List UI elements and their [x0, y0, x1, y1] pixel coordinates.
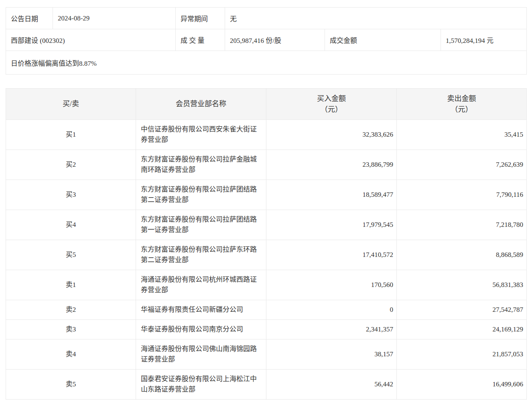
- row-side-label: 卖4: [6, 339, 136, 370]
- row-side-label: 买4: [6, 210, 136, 240]
- row-side-label: 卖5: [6, 370, 136, 400]
- summary-table: 公告日期 2024-08-29 异常期间 无 西部建设 (002302) 成 交…: [6, 7, 527, 75]
- row-buy-amount: 17,979,545: [266, 210, 397, 240]
- row-side-label: 买2: [6, 150, 136, 180]
- row-sell-amount: 21,857,053: [397, 339, 527, 370]
- col-header-buy-unit: （元）: [267, 104, 396, 115]
- stock-name: 西部建设 (002302): [6, 29, 176, 51]
- row-side-label: 买3: [6, 180, 136, 210]
- row-sell-amount: 8,868,589: [397, 240, 527, 270]
- table-row: 卖1 海通证券股份有限公司杭州环城西路证券营业部 170,560 56,831,…: [6, 270, 527, 300]
- turnover-value: 1,570,284,194 元: [441, 29, 527, 51]
- row-buy-amount: 23,886,799: [266, 150, 397, 180]
- row-branch-name: 海通证券股份有限公司杭州环城西路证券营业部: [136, 270, 266, 300]
- table-row: 买5 东方财富证券股份有限公司拉萨东环路第二证券营业部 17,410,572 8…: [6, 240, 527, 270]
- table-row: 卖2 华福证券有限责任公司新疆分公司 0 27,542,787: [6, 300, 527, 320]
- row-buy-amount: 2,341,357: [266, 320, 397, 339]
- row-side-label: 卖2: [6, 300, 136, 320]
- row-branch-name: 海通证券股份有限公司佛山南海锦园路证券营业部: [136, 339, 266, 370]
- announce-date-label: 公告日期: [6, 8, 53, 29]
- row-sell-amount: 24,169,129: [397, 320, 527, 339]
- row-buy-amount: 18,589,477: [266, 180, 397, 210]
- col-header-sell-title: 卖出金额: [447, 95, 476, 103]
- table-row: 买2 东方财富证券股份有限公司拉萨金融城南环路证券营业部 23,886,799 …: [6, 150, 527, 180]
- abnormal-period-value: 无: [225, 8, 527, 29]
- row-branch-name: 东方财富证券股份有限公司拉萨东环路第二证券营业部: [136, 240, 266, 270]
- row-buy-amount: 38,157: [266, 339, 397, 370]
- row-buy-amount: 32,383,626: [266, 120, 397, 150]
- row-branch-name: 东方财富证券股份有限公司拉萨团结路第二证券营业部: [136, 180, 266, 210]
- volume-label: 成 交 量: [176, 29, 225, 51]
- row-branch-name: 国泰君安证券股份有限公司上海松江中山东路证券营业部: [136, 370, 266, 400]
- row-sell-amount: 7,262,639: [397, 150, 527, 180]
- row-sell-amount: 16,499,606: [397, 370, 527, 400]
- row-branch-name: 华泰证券股份有限公司南京分公司: [136, 320, 266, 339]
- row-sell-amount: 35,415: [397, 120, 527, 150]
- row-side-label: 卖1: [6, 270, 136, 300]
- col-header-branch: 会员营业部名称: [136, 89, 266, 120]
- table-row: 买3 东方财富证券股份有限公司拉萨团结路第二证券营业部 18,589,477 7…: [6, 180, 527, 210]
- row-branch-name: 东方财富证券股份有限公司拉萨金融城南环路证券营业部: [136, 150, 266, 180]
- page: 公告日期 2024-08-29 异常期间 无 西部建设 (002302) 成 交…: [0, 0, 532, 400]
- turnover-label: 成交金额: [325, 29, 441, 51]
- abnormal-period-label: 异常期间: [176, 8, 225, 29]
- row-sell-amount: 7,218,780: [397, 210, 527, 240]
- rank-table-body: 买1 中信证券股份有限公司西安朱雀大街证券营业部 32,383,626 35,4…: [6, 120, 527, 400]
- deviation-note: 日价格涨幅偏离值达到8.87%: [6, 51, 527, 75]
- col-header-sell: 卖出金额（元）: [397, 89, 527, 120]
- row-side-label: 卖3: [6, 320, 136, 339]
- row-sell-amount: 27,542,787: [397, 300, 527, 320]
- table-row: 买1 中信证券股份有限公司西安朱雀大街证券营业部 32,383,626 35,4…: [6, 120, 527, 150]
- row-side-label: 买1: [6, 120, 136, 150]
- volume-value: 205,987,416 份/股: [225, 29, 325, 51]
- row-side-label: 买5: [6, 240, 136, 270]
- col-header-sell-unit: （元）: [397, 104, 526, 115]
- table-row: 卖5 国泰君安证券股份有限公司上海松江中山东路证券营业部 56,442 16,4…: [6, 370, 527, 400]
- row-sell-amount: 56,831,383: [397, 270, 527, 300]
- col-header-side: 买/卖: [6, 89, 136, 120]
- row-branch-name: 中信证券股份有限公司西安朱雀大街证券营业部: [136, 120, 266, 150]
- summary-row-date: 公告日期 2024-08-29 异常期间 无: [6, 8, 527, 29]
- row-sell-amount: 7,790,116: [397, 180, 527, 210]
- summary-row-stock: 西部建设 (002302) 成 交 量 205,987,416 份/股 成交金额…: [6, 29, 527, 51]
- table-row: 卖4 海通证券股份有限公司佛山南海锦园路证券营业部 38,157 21,857,…: [6, 339, 527, 370]
- summary-row-note: 日价格涨幅偏离值达到8.87%: [6, 51, 527, 75]
- rank-table: 买/卖 会员营业部名称 买入金额（元） 卖出金额（元） 买1 中信证券股份有限公…: [6, 88, 527, 400]
- row-buy-amount: 170,560: [266, 270, 397, 300]
- table-row: 买4 东方财富证券股份有限公司拉萨团结路第一证券营业部 17,979,545 7…: [6, 210, 527, 240]
- row-buy-amount: 0: [266, 300, 397, 320]
- row-branch-name: 东方财富证券股份有限公司拉萨团结路第一证券营业部: [136, 210, 266, 240]
- col-header-buy-title: 买入金额: [317, 95, 346, 103]
- table-row: 卖3 华泰证券股份有限公司南京分公司 2,341,357 24,169,129: [6, 320, 527, 339]
- rank-table-header: 买/卖 会员营业部名称 买入金额（元） 卖出金额（元）: [6, 89, 527, 120]
- row-buy-amount: 56,442: [266, 370, 397, 400]
- row-branch-name: 华福证券有限责任公司新疆分公司: [136, 300, 266, 320]
- announce-date-value: 2024-08-29: [53, 8, 176, 29]
- col-header-buy: 买入金额（元）: [266, 89, 397, 120]
- row-buy-amount: 17,410,572: [266, 240, 397, 270]
